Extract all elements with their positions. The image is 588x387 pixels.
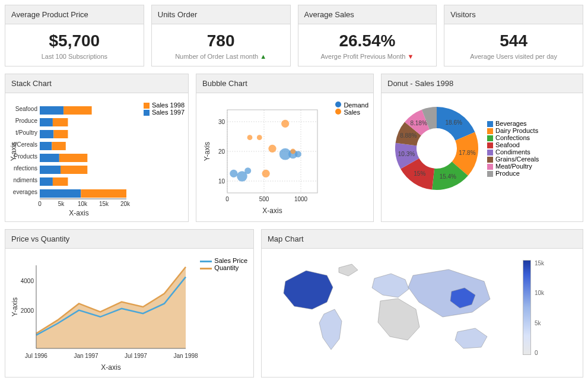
- arrow-down-icon: ▼: [407, 53, 414, 60]
- svg-text:Y-axis: Y-axis: [203, 142, 211, 161]
- chart-title: Bubble Chart: [196, 74, 373, 93]
- kpi-title: Units Order: [152, 5, 290, 24]
- arrow-up-icon: ▲: [260, 53, 266, 60]
- svg-text:5k: 5k: [58, 201, 65, 207]
- stack-chart-card: Stack Chart SeafoodProduce t/Poultrys/Ce…: [5, 74, 189, 222]
- legend-item: Dairy Products: [487, 127, 578, 134]
- legend-item: Confections: [487, 134, 578, 141]
- kpi-title: Average Product Price: [5, 5, 144, 24]
- legend-swatch-icon: [487, 142, 493, 148]
- kpi-avg-price: Average Product Price $5,700 Last 100 Su…: [5, 5, 144, 66]
- legend-swatch-icon: [144, 110, 150, 116]
- kpi-value: 26.54%: [303, 31, 432, 50]
- svg-text:Jul 1996: Jul 1996: [25, 353, 47, 359]
- svg-rect-16: [40, 154, 59, 162]
- svg-text:18.6%: 18.6%: [446, 119, 462, 126]
- map-chart-card: Map Chart 15k 10k: [261, 229, 583, 378]
- svg-text:20k: 20k: [120, 201, 131, 207]
- svg-point-45: [257, 135, 262, 140]
- legend-swatch-icon: [487, 128, 493, 134]
- map-color-scale: [523, 260, 531, 355]
- svg-text:15.4%: 15.4%: [440, 173, 456, 180]
- bubble-legend: Demand Sales: [335, 101, 368, 116]
- svg-text:X-axis: X-axis: [262, 207, 282, 215]
- kpi-subtitle: Average Users visited per day: [449, 53, 578, 60]
- stack-legend: Sales 1998 Sales 1997: [144, 101, 185, 116]
- kpi-value: $5,700: [10, 31, 139, 50]
- kpi-units-order: Units Order 780 Number of Order Last mon…: [151, 5, 291, 66]
- line-chart-card: Price vs Quantity 20004000 Jul 1996Jan 1…: [5, 229, 254, 378]
- legend-swatch-icon: [487, 150, 493, 156]
- svg-text:Y-axis: Y-axis: [11, 297, 19, 316]
- legend-swatch-icon: [487, 121, 493, 127]
- svg-text:15k: 15k: [99, 201, 109, 207]
- svg-rect-8: [40, 106, 63, 115]
- donut-chart-card: Donut - Sales 1998 18.6%17.8%15.4%15%10.…: [381, 74, 583, 222]
- legend-line-icon: [200, 268, 212, 269]
- legend-swatch-icon: [487, 171, 493, 177]
- svg-point-48: [281, 120, 289, 128]
- svg-text:30: 30: [218, 119, 225, 125]
- svg-rect-19: [61, 166, 87, 174]
- x-axis-label: X-axis: [69, 209, 88, 217]
- svg-text:Y-axis: Y-axis: [9, 142, 18, 161]
- donut-chart: 18.6%17.8%15.4%15%10.3%8.88%8.18%: [386, 98, 487, 199]
- svg-text:Jan 1998: Jan 1998: [173, 353, 198, 359]
- bubble-chart-card: Bubble Chart 302010 05001000 X-axis Y-ax…: [196, 74, 374, 222]
- svg-rect-15: [52, 142, 65, 150]
- svg-text:0: 0: [225, 196, 229, 202]
- svg-rect-9: [63, 106, 91, 115]
- legend-item: Grains/Cereals: [487, 156, 578, 163]
- svg-text:t/Poultry: t/Poultry: [15, 129, 37, 136]
- legend-swatch-icon: [487, 164, 493, 170]
- legend-item: Produce: [487, 170, 578, 177]
- svg-text:10.3%: 10.3%: [398, 151, 415, 157]
- svg-text:Produce: Produce: [15, 118, 38, 124]
- kpi-visitors: Visitors 544 Average Users visited per d…: [444, 5, 583, 66]
- legend-item: Condiments: [487, 148, 578, 156]
- svg-rect-10: [40, 118, 53, 126]
- legend-dot-icon: [335, 101, 341, 107]
- svg-rect-14: [40, 142, 52, 150]
- svg-point-44: [247, 135, 253, 140]
- kpi-value: 780: [157, 31, 285, 50]
- kpi-avg-sales: Average Sales 26.54% Averge Profit Previ…: [298, 5, 437, 66]
- svg-rect-12: [40, 130, 53, 138]
- svg-text:10k: 10k: [78, 201, 88, 207]
- chart-title: Donut - Sales 1998: [382, 74, 583, 93]
- svg-text:ndiments: ndiments: [13, 177, 37, 183]
- svg-rect-23: [81, 189, 126, 198]
- legend-dot-icon: [335, 109, 341, 115]
- svg-rect-17: [59, 154, 87, 162]
- svg-text:everages: everages: [13, 189, 37, 195]
- legend-swatch-icon: [487, 135, 493, 141]
- legend-line-icon: [200, 261, 212, 262]
- svg-rect-20: [40, 177, 53, 186]
- svg-rect-21: [53, 177, 68, 186]
- svg-text:0: 0: [38, 201, 42, 207]
- svg-text:Seafood: Seafood: [15, 106, 37, 112]
- bubble-chart: 302010 05001000 X-axis Y-axis: [199, 98, 371, 217]
- legend-swatch-icon: [144, 103, 150, 109]
- svg-text:Jul 1997: Jul 1997: [125, 353, 147, 359]
- chart-title: Stack Chart: [5, 74, 188, 93]
- svg-point-38: [230, 170, 237, 177]
- svg-text:8.88%: 8.88%: [400, 132, 417, 139]
- world-map: [268, 255, 511, 361]
- legend-item: Meat/Poultry: [487, 163, 578, 170]
- kpi-title: Average Sales: [298, 5, 437, 24]
- svg-text:1000: 1000: [294, 196, 308, 202]
- svg-rect-11: [53, 118, 68, 126]
- svg-rect-13: [53, 130, 68, 138]
- svg-point-46: [262, 170, 270, 177]
- legend-item: Seafood: [487, 141, 578, 148]
- kpi-subtitle: Last 100 Subscriptions: [10, 53, 139, 60]
- kpi-subtitle: Number of Order Last month: [175, 53, 258, 60]
- svg-point-43: [295, 151, 301, 157]
- svg-point-49: [290, 149, 295, 154]
- legend-swatch-icon: [487, 157, 493, 163]
- svg-text:500: 500: [259, 196, 269, 202]
- chart-title: Price vs Quantity: [5, 230, 253, 249]
- svg-text:Jan 1997: Jan 1997: [74, 353, 98, 359]
- donut-legend: BeveragesDairy ProductsConfectionsSeafoo…: [487, 120, 578, 177]
